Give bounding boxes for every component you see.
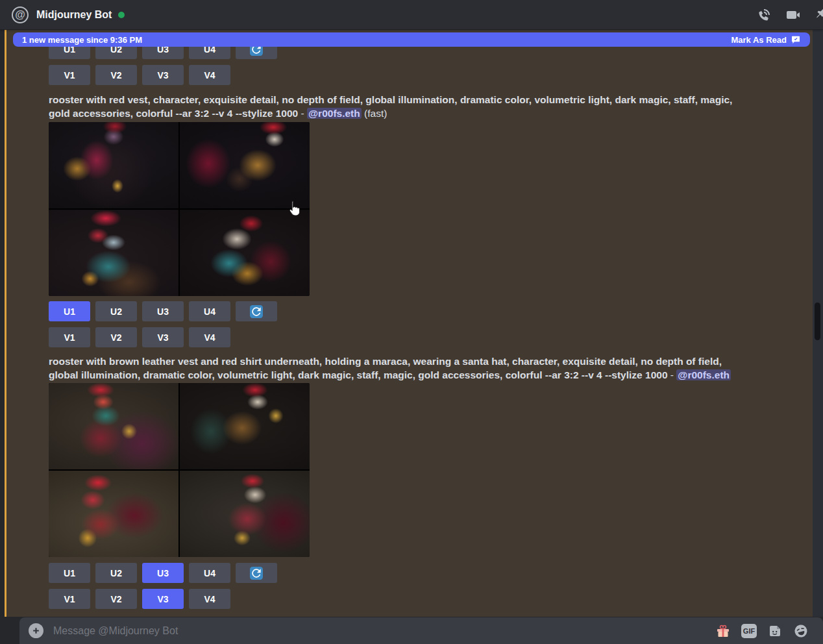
mark-read-icon (791, 34, 801, 45)
composer-icons: GIF (715, 623, 809, 639)
v4-button[interactable]: V4 (189, 65, 230, 85)
scrollbar-thumb[interactable] (815, 303, 820, 340)
left-edge (0, 30, 5, 644)
u2-button[interactable]: U2 (95, 563, 137, 583)
variation-button-row: V1 V2 V3 V4 (49, 589, 230, 609)
generated-image-grid[interactable] (49, 122, 310, 296)
message-prompt: rooster with red vest, character, exquis… (49, 93, 744, 120)
generated-image-grid[interactable] (49, 383, 310, 557)
unread-indicator-line (5, 30, 6, 617)
u4-button[interactable]: U4 (189, 301, 230, 321)
v1-button[interactable]: V1 (49, 327, 90, 347)
v2-button[interactable]: V2 (95, 65, 137, 85)
grid-image-4[interactable] (180, 210, 310, 296)
rerun-button[interactable] (236, 563, 277, 583)
v3-button[interactable]: V3 (142, 65, 184, 85)
voice-call-icon[interactable] (757, 7, 772, 23)
v3-button[interactable]: V3 (142, 589, 184, 609)
u1-button[interactable]: U1 (49, 301, 90, 321)
grid-image-2[interactable] (180, 383, 310, 469)
header-actions (757, 0, 823, 30)
u2-button[interactable]: U2 (95, 301, 137, 321)
user-mention[interactable]: @r00fs.eth (676, 369, 731, 380)
grid-image-2[interactable] (180, 122, 310, 208)
message-input[interactable] (53, 625, 715, 637)
video-call-icon[interactable] (785, 7, 801, 23)
scrollbar-track[interactable] (813, 30, 823, 617)
new-messages-text: 1 new message since 9:36 PM (22, 35, 142, 45)
new-messages-bar[interactable]: 1 new message since 9:36 PM Mark As Read (13, 32, 810, 47)
grid-image-1[interactable] (49, 383, 178, 469)
grid-image-3[interactable] (49, 471, 178, 557)
upscale-button-row: U1 U2 U3 U4 (49, 301, 277, 321)
emoji-icon[interactable] (793, 623, 809, 639)
variation-button-row: V1 V2 V3 V4 (49, 327, 230, 347)
message-composer: GIF (19, 617, 823, 644)
rerun-icon (250, 305, 263, 318)
v1-button[interactable]: V1 (49, 589, 90, 609)
speed-mode-label: (fast) (364, 108, 387, 119)
user-mention[interactable]: @r00fs.eth (307, 108, 362, 119)
sticker-icon[interactable] (767, 623, 783, 639)
pin-icon[interactable] (814, 7, 823, 23)
gift-icon[interactable] (715, 623, 731, 639)
mark-as-read-label: Mark As Read (731, 35, 787, 45)
channel-title: Midjourney Bot (36, 9, 112, 21)
v2-button[interactable]: V2 (95, 327, 137, 347)
v2-button[interactable]: V2 (95, 589, 137, 609)
gif-icon[interactable]: GIF (741, 623, 757, 639)
v1-button[interactable]: V1 (49, 65, 90, 85)
rerun-button[interactable] (236, 301, 277, 321)
u1-button[interactable]: U1 (49, 563, 90, 583)
rerun-icon (250, 567, 263, 580)
channel-header: @ Midjourney Bot (0, 0, 823, 30)
grid-image-1[interactable] (49, 122, 178, 208)
v4-button[interactable]: V4 (189, 589, 230, 609)
u3-button[interactable]: U3 (142, 301, 184, 321)
mark-as-read-button[interactable]: Mark As Read (731, 34, 802, 45)
grid-image-3[interactable] (49, 210, 178, 296)
at-sign-icon: @ (12, 6, 29, 23)
plus-circle-icon[interactable] (29, 623, 43, 638)
u3-button[interactable]: U3 (142, 563, 184, 583)
variation-button-row-partial: V1 V2 V3 V4 (49, 65, 230, 85)
v3-button[interactable]: V3 (142, 327, 184, 347)
v4-button[interactable]: V4 (189, 327, 230, 347)
prompt-text: rooster with red vest, character, exquis… (49, 94, 732, 119)
online-status-dot (118, 12, 125, 18)
chat-scroll-area[interactable]: 1 new message since 9:36 PM Mark As Read… (6, 30, 813, 617)
u4-button[interactable]: U4 (189, 563, 230, 583)
gif-badge-label: GIF (741, 624, 757, 638)
grid-image-4[interactable] (180, 471, 310, 557)
prompt-text: rooster with brown leather vest and red … (49, 356, 722, 380)
discord-app-window: @ Midjourney Bot 1 new message since 9:3… (0, 0, 823, 644)
upscale-button-row: U1 U2 U3 U4 (49, 563, 277, 583)
